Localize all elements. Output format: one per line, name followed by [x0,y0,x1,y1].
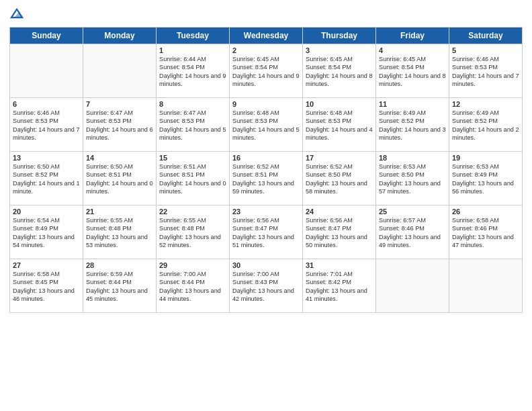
cell-line: Sunset: 8:44 PM [159,278,226,286]
cell-line: Sunset: 8:53 PM [306,117,373,125]
day-number: 10 [306,100,373,108]
cell-text: Sunrise: 6:46 AMSunset: 8:53 PMDaylight:… [452,55,519,89]
cell-text: Sunrise: 6:55 AMSunset: 8:48 PMDaylight:… [159,216,226,250]
calendar-cell: 28Sunrise: 6:59 AMSunset: 8:44 PMDayligh… [83,259,157,313]
day-number: 29 [159,261,226,269]
cell-line: Sunrise: 6:49 AM [379,109,446,117]
cell-line: Daylight: 14 hours and 4 minutes. [306,126,373,142]
cell-line: Sunset: 8:50 PM [379,171,446,179]
day-number: 23 [232,208,300,216]
calendar-week-row: 27Sunrise: 6:58 AMSunset: 8:45 PMDayligh… [10,259,523,313]
day-number: 4 [379,46,446,54]
cell-text: Sunrise: 6:52 AMSunset: 8:50 PMDaylight:… [306,163,373,196]
cell-line: Sunrise: 7:00 AM [232,270,300,278]
cell-line: Sunrise: 6:57 AM [379,216,446,224]
cell-line: Daylight: 13 hours and 57 minutes. [379,179,446,196]
cell-line: Sunset: 8:52 PM [452,117,519,125]
calendar-cell: 7Sunrise: 6:47 AMSunset: 8:53 PMDaylight… [83,98,157,152]
calendar-cell [10,44,83,98]
cell-text: Sunrise: 6:50 AMSunset: 8:52 PMDaylight:… [13,163,80,196]
cell-line: Daylight: 14 hours and 8 minutes. [379,72,446,89]
day-number: 1 [159,46,226,54]
cell-line: Sunset: 8:52 PM [379,117,446,125]
calendar-cell [449,259,523,313]
day-number: 31 [306,261,373,269]
cell-line: Sunrise: 6:53 AM [379,163,446,171]
cell-line: Sunset: 8:47 PM [232,224,300,232]
cell-line: Daylight: 14 hours and 9 minutes. [159,72,226,89]
day-number: 21 [86,208,153,216]
cell-line: Sunrise: 6:46 AM [452,55,519,63]
calendar-cell: 3Sunrise: 6:45 AMSunset: 8:54 PMDaylight… [303,44,376,98]
cell-line: Daylight: 14 hours and 8 minutes. [306,72,373,89]
cell-line: Sunrise: 6:52 AM [306,163,373,171]
cell-line: Sunrise: 6:45 AM [232,55,300,63]
cell-line: Daylight: 13 hours and 56 minutes. [452,179,519,196]
calendar-cell [376,259,449,313]
day-number: 9 [232,100,300,108]
cell-line: Daylight: 13 hours and 45 minutes. [86,287,153,304]
calendar-cell: 4Sunrise: 6:45 AMSunset: 8:54 PMDaylight… [376,44,449,98]
cell-line: Sunrise: 6:50 AM [86,163,153,171]
cell-line: Daylight: 13 hours and 52 minutes. [159,233,226,250]
cell-line: Daylight: 13 hours and 47 minutes. [452,233,519,250]
cell-line: Daylight: 14 hours and 5 minutes. [159,126,226,142]
day-number: 30 [232,261,300,269]
cell-line: Sunset: 8:51 PM [232,171,300,179]
cell-text: Sunrise: 6:53 AMSunset: 8:50 PMDaylight:… [379,163,446,196]
cell-line: Daylight: 13 hours and 58 minutes. [306,179,373,196]
calendar-cell: 9Sunrise: 6:48 AMSunset: 8:53 PMDaylight… [230,98,303,152]
calendar-cell: 22Sunrise: 6:55 AMSunset: 8:48 PMDayligh… [157,205,230,259]
calendar-cell: 6Sunrise: 6:46 AMSunset: 8:53 PMDaylight… [10,98,83,152]
cell-line: Daylight: 13 hours and 49 minutes. [379,233,446,250]
day-number: 6 [13,100,80,108]
cell-line: Daylight: 14 hours and 9 minutes. [232,72,300,89]
day-number: 24 [306,208,373,216]
calendar-cell: 20Sunrise: 6:54 AMSunset: 8:49 PMDayligh… [10,205,83,259]
cell-line: Daylight: 14 hours and 1 minute. [13,179,80,196]
day-number: 28 [86,261,153,269]
cell-line: Sunrise: 6:47 AM [86,109,153,117]
day-number: 15 [159,154,226,162]
weekday-header: Monday [83,28,157,44]
day-number: 3 [306,46,373,54]
day-number: 18 [379,154,446,162]
cell-line: Sunrise: 6:59 AM [86,270,153,278]
cell-line: Sunrise: 6:46 AM [13,109,80,117]
day-number: 2 [232,46,300,54]
cell-line: Sunrise: 6:56 AM [232,216,300,224]
calendar-cell: 21Sunrise: 6:55 AMSunset: 8:48 PMDayligh… [83,205,157,259]
cell-line: Sunrise: 6:55 AM [159,216,226,224]
cell-line: Sunset: 8:54 PM [159,63,226,71]
cell-line: Sunset: 8:46 PM [452,224,519,232]
day-number: 11 [379,100,446,108]
cell-line: Sunset: 8:53 PM [452,63,519,71]
day-number: 22 [159,208,226,216]
cell-text: Sunrise: 6:56 AMSunset: 8:47 PMDaylight:… [306,216,373,250]
cell-text: Sunrise: 6:59 AMSunset: 8:44 PMDaylight:… [86,270,153,304]
weekday-header: Tuesday [157,28,230,44]
svg-marker-1 [14,11,23,17]
cell-line: Sunset: 8:45 PM [13,278,80,286]
cell-line: Sunrise: 6:52 AM [232,163,300,171]
cell-line: Sunset: 8:47 PM [306,224,373,232]
page: SundayMondayTuesdayWednesdayThursdayFrid… [0,0,532,411]
calendar-cell: 26Sunrise: 6:58 AMSunset: 8:46 PMDayligh… [449,205,523,259]
logo [9,7,26,21]
calendar: SundayMondayTuesdayWednesdayThursdayFrid… [9,27,523,313]
weekday-header: Friday [376,28,449,44]
cell-text: Sunrise: 6:45 AMSunset: 8:54 PMDaylight:… [232,55,300,89]
cell-text: Sunrise: 6:57 AMSunset: 8:46 PMDaylight:… [379,216,446,250]
cell-text: Sunrise: 7:00 AMSunset: 8:44 PMDaylight:… [159,270,226,304]
calendar-cell: 5Sunrise: 6:46 AMSunset: 8:53 PMDaylight… [449,44,523,98]
cell-line: Sunrise: 6:48 AM [232,109,300,117]
calendar-cell: 17Sunrise: 6:52 AMSunset: 8:50 PMDayligh… [303,152,376,205]
calendar-cell: 18Sunrise: 6:53 AMSunset: 8:50 PMDayligh… [376,152,449,205]
calendar-cell: 27Sunrise: 6:58 AMSunset: 8:45 PMDayligh… [10,259,83,313]
day-number: 19 [452,154,519,162]
calendar-week-row: 6Sunrise: 6:46 AMSunset: 8:53 PMDaylight… [10,98,523,152]
calendar-cell: 29Sunrise: 7:00 AMSunset: 8:44 PMDayligh… [157,259,230,313]
cell-line: Sunrise: 6:50 AM [13,163,80,171]
calendar-cell: 15Sunrise: 6:51 AMSunset: 8:51 PMDayligh… [157,152,230,205]
cell-line: Daylight: 14 hours and 7 minutes. [13,126,80,142]
